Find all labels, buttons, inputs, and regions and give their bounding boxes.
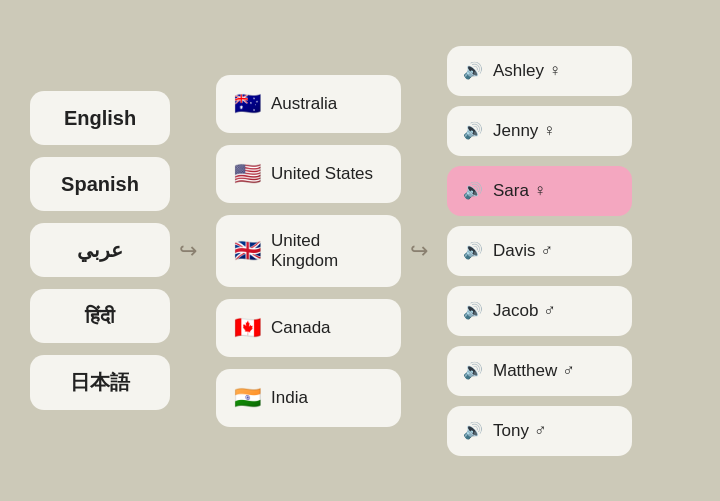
speaker-icon-davis: 🔊	[463, 241, 483, 260]
country-flag-united-states: 🇺🇸	[234, 161, 261, 187]
countries-column: 🇦🇺Australia🇺🇸United States🇬🇧United Kingd…	[216, 75, 401, 427]
language-item-japanese[interactable]: 日本語	[30, 355, 170, 410]
speaker-icon-ashley: 🔊	[463, 61, 483, 80]
country-item-united-states[interactable]: 🇺🇸United States	[216, 145, 401, 203]
language-item-english[interactable]: English	[30, 91, 170, 145]
voice-label-jacob: Jacob ♂	[493, 301, 556, 321]
voice-item-jacob[interactable]: 🔊Jacob ♂	[447, 286, 632, 336]
country-flag-united-kingdom: 🇬🇧	[234, 238, 261, 264]
language-item-arabic[interactable]: عربي	[30, 223, 170, 277]
voice-item-matthew[interactable]: 🔊Matthew ♂	[447, 346, 632, 396]
country-flag-india: 🇮🇳	[234, 385, 261, 411]
voice-item-tony[interactable]: 🔊Tony ♂	[447, 406, 632, 456]
country-label-united-states: United States	[271, 164, 373, 184]
voices-column: 🔊Ashley ♀🔊Jenny ♀🔊Sara ♀🔊Davis ♂🔊Jacob ♂…	[447, 46, 632, 456]
voice-label-sara: Sara ♀	[493, 181, 546, 201]
country-label-united-kingdom: United Kingdom	[271, 231, 383, 271]
languages-column: EnglishSpanishعربيहिंदी日本語	[30, 91, 170, 410]
language-item-spanish[interactable]: Spanish	[30, 157, 170, 211]
voice-item-davis[interactable]: 🔊Davis ♂	[447, 226, 632, 276]
arrow-icon-1: ↪	[179, 238, 197, 264]
country-label-india: India	[271, 388, 308, 408]
country-item-australia[interactable]: 🇦🇺Australia	[216, 75, 401, 133]
voice-item-jenny[interactable]: 🔊Jenny ♀	[447, 106, 632, 156]
speaker-icon-jenny: 🔊	[463, 121, 483, 140]
arrow-languages-to-countries: ↪	[170, 238, 206, 264]
voice-label-davis: Davis ♂	[493, 241, 553, 261]
voice-label-tony: Tony ♂	[493, 421, 546, 441]
speaker-icon-jacob: 🔊	[463, 301, 483, 320]
voice-label-jenny: Jenny ♀	[493, 121, 556, 141]
country-item-india[interactable]: 🇮🇳India	[216, 369, 401, 427]
country-item-canada[interactable]: 🇨🇦Canada	[216, 299, 401, 357]
speaker-icon-tony: 🔊	[463, 421, 483, 440]
arrow-countries-to-voices: ↪	[401, 238, 437, 264]
speaker-icon-sara: 🔊	[463, 181, 483, 200]
country-label-australia: Australia	[271, 94, 337, 114]
language-item-hindi[interactable]: हिंदी	[30, 289, 170, 343]
country-flag-australia: 🇦🇺	[234, 91, 261, 117]
voice-label-matthew: Matthew ♂	[493, 361, 575, 381]
arrow-icon-2: ↪	[410, 238, 428, 264]
country-flag-canada: 🇨🇦	[234, 315, 261, 341]
speaker-icon-matthew: 🔊	[463, 361, 483, 380]
voice-item-sara[interactable]: 🔊Sara ♀	[447, 166, 632, 216]
main-container: EnglishSpanishعربيहिंदी日本語 ↪ 🇦🇺Australia…	[0, 0, 720, 501]
country-item-united-kingdom[interactable]: 🇬🇧United Kingdom	[216, 215, 401, 287]
voice-item-ashley[interactable]: 🔊Ashley ♀	[447, 46, 632, 96]
voice-label-ashley: Ashley ♀	[493, 61, 562, 81]
country-label-canada: Canada	[271, 318, 331, 338]
